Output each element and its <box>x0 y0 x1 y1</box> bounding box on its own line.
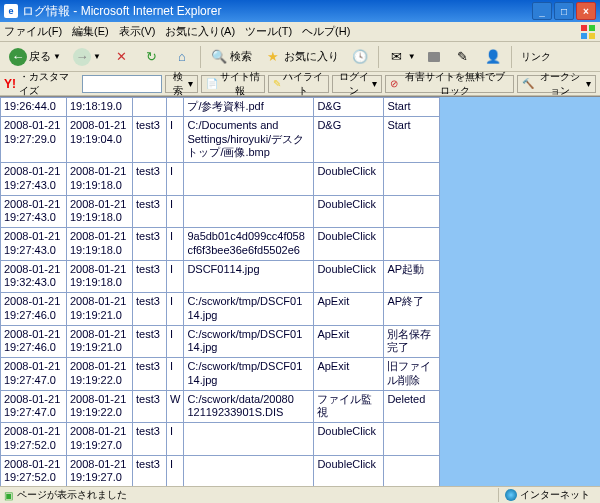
history-button[interactable]: 🕓 <box>346 45 374 69</box>
table-cell: プ/参考資料.pdf <box>184 98 314 117</box>
table-cell <box>384 195 440 228</box>
mail-button[interactable]: ✉▼ <box>383 45 421 69</box>
status-text: ページが表示されました <box>17 488 127 502</box>
messenger-button[interactable]: 👤 <box>479 45 507 69</box>
table-cell: test3 <box>133 325 167 358</box>
table-cell: AP終了 <box>384 293 440 326</box>
log-table-wrapper[interactable]: 19:26:44.019:18:19.0プ/参考資料.pdfD&GStart20… <box>0 97 440 486</box>
table-row: 2008-01-21 19:27:52.02008-01-21 19:19:27… <box>1 455 440 486</box>
forward-button[interactable]: →▼ <box>68 45 106 69</box>
table-cell <box>384 163 440 196</box>
table-cell: I <box>167 195 184 228</box>
customize-link[interactable]: ・カスタマイズ <box>19 70 79 98</box>
yahoo-logo-icon: Y! <box>4 77 16 91</box>
search-button[interactable]: 🔍検索 <box>205 45 257 69</box>
table-cell: C:/Documents and Settings/hiroyuki/デスクトッ… <box>184 116 314 162</box>
back-button[interactable]: ←戻る▼ <box>4 45 66 69</box>
table-cell: C:/scwork/tmp/DSCF01 14.jpg <box>184 325 314 358</box>
table-cell: 2008-01-21 19:27:52.0 <box>1 423 67 456</box>
table-cell: C:/scwork/tmp/DSCF01 14.jpg <box>184 293 314 326</box>
yahoo-search-input[interactable] <box>82 75 162 93</box>
table-cell: Deleted <box>384 390 440 423</box>
table-cell: 別名保存完了 <box>384 325 440 358</box>
table-cell: I <box>167 358 184 391</box>
menu-edit[interactable]: 編集(E) <box>72 24 109 39</box>
auction-button[interactable]: 🔨オークション ▾ <box>517 75 596 93</box>
table-cell <box>184 163 314 196</box>
siteinfo-button[interactable]: 📄サイト情報 <box>201 75 265 93</box>
table-cell: 2008-01-21 19:27:46.0 <box>1 293 67 326</box>
table-cell: ApExit <box>314 293 384 326</box>
table-row: 2008-01-21 19:27:29.02008-01-21 19:19:04… <box>1 116 440 162</box>
table-cell <box>384 455 440 486</box>
table-cell <box>167 98 184 117</box>
table-cell: 2008-01-21 19:27:52.0 <box>1 455 67 486</box>
table-cell: I <box>167 163 184 196</box>
table-cell: ApExit <box>314 325 384 358</box>
ie-icon: e <box>4 4 18 18</box>
table-cell: D&G <box>314 116 384 162</box>
table-cell: test3 <box>133 163 167 196</box>
table-cell: DoubleClick <box>314 228 384 261</box>
minimize-button[interactable]: _ <box>532 2 552 20</box>
svg-rect-2 <box>581 33 587 39</box>
table-row: 2008-01-21 19:27:46.02008-01-21 19:19:21… <box>1 293 440 326</box>
table-cell: 19:18:19.0 <box>67 98 133 117</box>
status-zone: インターネット <box>498 488 596 502</box>
menu-view[interactable]: 表示(V) <box>119 24 156 39</box>
table-cell: 2008-01-21 19:27:47.0 <box>1 390 67 423</box>
table-cell <box>133 98 167 117</box>
table-cell: 2008-01-21 19:27:29.0 <box>1 116 67 162</box>
table-cell: DoubleClick <box>314 455 384 486</box>
table-cell: 2008-01-21 19:19:21.0 <box>67 293 133 326</box>
table-cell: test3 <box>133 293 167 326</box>
table-cell: 2008-01-21 19:32:43.0 <box>1 260 67 293</box>
printer-icon <box>428 52 440 62</box>
yahoo-search-button[interactable]: 検索 ▾ <box>165 75 198 93</box>
table-cell: 2008-01-21 19:19:21.0 <box>67 325 133 358</box>
table-cell: test3 <box>133 260 167 293</box>
close-button[interactable]: × <box>576 2 596 20</box>
print-button[interactable] <box>423 45 447 69</box>
table-cell <box>384 423 440 456</box>
table-cell: DoubleClick <box>314 423 384 456</box>
menu-help[interactable]: ヘルプ(H) <box>302 24 350 39</box>
block-button[interactable]: ⊘有害サイトを無料でブロック <box>385 75 514 93</box>
svg-rect-1 <box>589 25 595 31</box>
menu-favorites[interactable]: お気に入り(A) <box>165 24 235 39</box>
table-row: 2008-01-21 19:27:43.02008-01-21 19:19:18… <box>1 163 440 196</box>
menu-file[interactable]: ファイル(F) <box>4 24 62 39</box>
table-cell: test3 <box>133 228 167 261</box>
table-cell: I <box>167 423 184 456</box>
table-cell: Start <box>384 98 440 117</box>
edit-button[interactable]: ✎ <box>449 45 477 69</box>
table-cell: I <box>167 228 184 261</box>
table-cell <box>184 195 314 228</box>
table-cell: 2008-01-21 19:19:22.0 <box>67 358 133 391</box>
table-cell: Start <box>384 116 440 162</box>
window-title: ログ情報 - Microsoft Internet Explorer <box>22 3 221 20</box>
highlight-button[interactable]: ✎ハイライト <box>268 75 329 93</box>
table-cell: 9a5db01c4d099cc4f058 cf6f3bee36e6fd5502e… <box>184 228 314 261</box>
maximize-button[interactable]: □ <box>554 2 574 20</box>
table-row: 2008-01-21 19:27:52.02008-01-21 19:19:27… <box>1 423 440 456</box>
links-button[interactable]: リンク <box>516 45 556 69</box>
table-cell <box>184 455 314 486</box>
log-table: 19:26:44.019:18:19.0プ/参考資料.pdfD&GStart20… <box>0 97 440 486</box>
home-button[interactable]: ⌂ <box>168 45 196 69</box>
stop-button[interactable]: ✕ <box>108 45 136 69</box>
table-cell: test3 <box>133 195 167 228</box>
table-cell <box>384 228 440 261</box>
table-cell: 2008-01-21 19:19:27.0 <box>67 455 133 486</box>
refresh-button[interactable]: ↻ <box>138 45 166 69</box>
table-cell: C:/scwork/data/20080 12119233901S.DIS <box>184 390 314 423</box>
login-button[interactable]: ログイン ▾ <box>332 75 382 93</box>
table-cell: DoubleClick <box>314 195 384 228</box>
menu-tools[interactable]: ツール(T) <box>245 24 292 39</box>
table-row: 2008-01-21 19:32:43.02008-01-21 19:19:18… <box>1 260 440 293</box>
table-row: 2008-01-21 19:27:47.02008-01-21 19:19:22… <box>1 390 440 423</box>
favorites-button[interactable]: ★お気に入り <box>259 45 344 69</box>
table-row: 2008-01-21 19:27:47.02008-01-21 19:19:22… <box>1 358 440 391</box>
table-cell: 19:26:44.0 <box>1 98 67 117</box>
table-cell: 2008-01-21 19:27:47.0 <box>1 358 67 391</box>
